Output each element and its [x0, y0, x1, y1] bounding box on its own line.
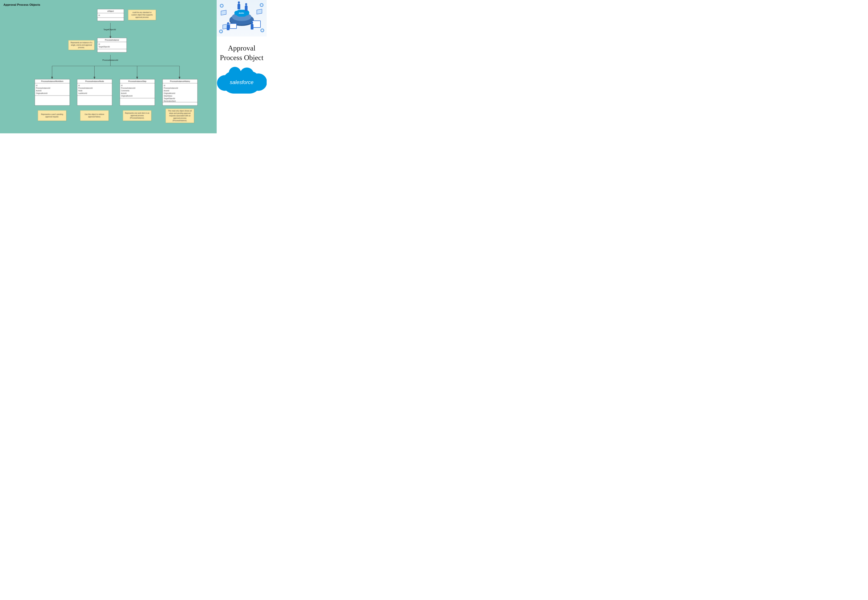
svg-point-7 [94, 76, 95, 78]
uml-methods [120, 98, 155, 105]
note-step: Represents one work item in an approval … [123, 111, 151, 121]
uml-fields: Id ProcessInstanceId ActorId OriginalAct… [163, 83, 197, 102]
svg-point-5 [52, 76, 53, 78]
note-processinstance: Represents an instance of a single, end-… [68, 40, 94, 50]
sidebar: salesforce Approval Process Object sales… [217, 0, 267, 133]
uml-history: ProcessInstanceHistory Id ProcessInstanc… [162, 79, 198, 106]
uml-step: ProcessInstanceStep Id ProcessInstanceId… [120, 79, 155, 106]
uml-methods [163, 102, 197, 105]
salesforce-cloud-large-icon: salesforce [223, 71, 261, 94]
uml-fields: Id ProcessInstanceId ActorId OriginalAct… [35, 83, 70, 95]
svg-point-1 [110, 36, 111, 37]
uml-processinstance: ProcessInstance Id TargetObjectId [97, 38, 127, 52]
sidebar-title: Approval Process Object [217, 43, 267, 62]
uml-fields: Id ProcessInstanceId Comments ActorId Or… [120, 83, 155, 98]
edge-label-processinstanceid: ProcessInstanceId [102, 59, 118, 61]
uml-title: sObject [97, 9, 124, 13]
uml-workitem: ProcessInstanceWorkItem Id ProcessInstan… [35, 79, 70, 106]
uml-methods [35, 95, 70, 105]
uml-title: ProcessInstanceStep [120, 79, 155, 83]
uml-title: ProcessInstanceHistory [163, 79, 197, 83]
note-workitem: Represents a user's pending approval req… [38, 111, 66, 121]
note-history: This read-only object shows all steps an… [166, 109, 194, 123]
svg-point-11 [179, 76, 180, 78]
svg-point-9 [136, 76, 138, 78]
uml-title: ProcessInstanceWorkItem [35, 79, 70, 83]
brand-text: salesforce [230, 79, 254, 85]
uml-methods [77, 95, 112, 105]
diagram-canvas: Approval Process Objects TargetObjectId … [0, 0, 217, 133]
uml-fields: Id [97, 13, 124, 18]
illustration: salesforce [217, 0, 267, 36]
note-sobject: could be any standard or custom object t… [128, 10, 156, 20]
uml-node: ProcessInstanceNode Id ProcessInstanceId… [77, 79, 112, 106]
uml-title: ProcessInstanceNode [77, 79, 112, 83]
diagram-title: Approval Process Objects [3, 3, 40, 7]
uml-methods [97, 49, 127, 52]
uml-title: ProcessInstance [97, 38, 127, 42]
note-node: Use this object to retrieve approval his… [80, 111, 109, 121]
uml-sobject: sObject Id [97, 9, 124, 21]
uml-fields: Id TargetObjectId [97, 42, 127, 49]
uml-methods [97, 18, 124, 21]
uml-fields: Id ProcessInstanceId Node LastActorId [77, 83, 112, 95]
edge-label-targetobjectid: TargetObjectId [103, 29, 116, 30]
